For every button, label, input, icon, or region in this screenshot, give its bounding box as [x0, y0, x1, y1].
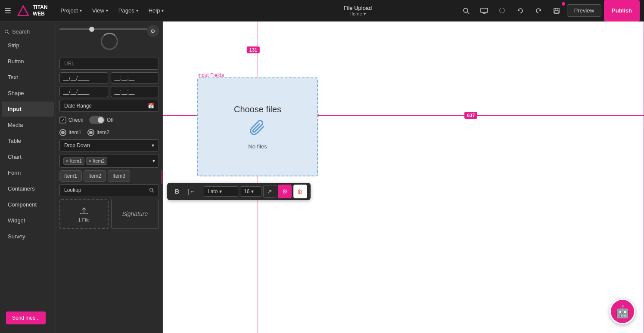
- font-size-label: 16: [244, 188, 249, 194]
- file-subtitle[interactable]: Home ▾: [349, 11, 366, 17]
- save-icon: [553, 7, 560, 14]
- multiselect-tag-1: × Item1: [63, 157, 84, 165]
- date-range-input[interactable]: Date Range 📅: [59, 100, 159, 112]
- slider-row: [59, 26, 159, 33]
- nav-pages[interactable]: Pages ▾: [114, 5, 143, 16]
- sidebar-item-widget[interactable]: Widget: [2, 213, 54, 228]
- toggle-switch[interactable]: [89, 116, 105, 124]
- sidebar-item-shape[interactable]: Shape: [2, 86, 54, 101]
- hamburger-icon[interactable]: ☰: [4, 6, 11, 15]
- date-input-2[interactable]: __/__/____: [59, 86, 108, 97]
- toolbar-settings-button[interactable]: ⚙: [278, 185, 292, 198]
- svg-line-12: [152, 191, 154, 192]
- preview-button[interactable]: Preview: [567, 4, 601, 17]
- sidebar-item-survey[interactable]: Survey: [2, 229, 54, 244]
- time-placeholder: __:__:__: [115, 75, 135, 81]
- tag-close-2[interactable]: ×: [89, 158, 91, 163]
- dropdown-input[interactable]: Drop Down ▾: [59, 139, 159, 151]
- toggle-item[interactable]: Off: [89, 116, 114, 124]
- nav-view[interactable]: View ▾: [88, 5, 112, 16]
- radio-1[interactable]: [59, 129, 66, 136]
- multiselect-input[interactable]: × Item1 × Item2 ▾: [59, 154, 159, 168]
- publish-button[interactable]: Publish: [604, 0, 640, 22]
- font-chevron-icon: ▾: [219, 188, 222, 194]
- sidebar-item-chart[interactable]: Chart: [2, 149, 54, 164]
- font-selector[interactable]: Lato ▾: [204, 186, 238, 197]
- check-label: Check: [68, 117, 83, 123]
- toolbar-delete-button[interactable]: 🗑: [293, 185, 307, 198]
- align-button[interactable]: |←: [185, 185, 198, 198]
- file-upload-widget[interactable]: Choose files No files: [197, 77, 318, 176]
- sidebar-item-table[interactable]: Table: [2, 133, 54, 148]
- align-icon: |←: [188, 188, 196, 195]
- checkbox-item[interactable]: ✓ Check: [59, 117, 83, 123]
- canvas-toolbar: B |← Lato ▾ 16 ▾ ↗ ⚙ 🗑: [167, 183, 311, 200]
- sidebar-item-media[interactable]: Media: [2, 117, 54, 133]
- date-input[interactable]: __/__/____: [59, 72, 108, 83]
- size-chevron-icon: ▾: [251, 188, 254, 194]
- sidebar-search[interactable]: Search: [0, 26, 56, 37]
- logo: TITANWEB: [16, 4, 47, 18]
- external-link-button[interactable]: ↗: [263, 185, 276, 198]
- btn-item-3[interactable]: Item3: [108, 170, 130, 182]
- sidebar: Search Strip Button Text Shape Input Med…: [0, 22, 56, 333]
- device-button[interactable]: [476, 3, 492, 18]
- svg-point-9: [5, 30, 8, 33]
- subtitle-chevron-icon: ▾: [364, 11, 366, 17]
- search-label: Search: [12, 28, 30, 35]
- undo-icon: [517, 7, 524, 14]
- info-button[interactable]: ⓘ: [495, 3, 510, 18]
- canvas-label-637: 637: [464, 112, 477, 119]
- upload-section: 1 File Signature: [59, 199, 159, 229]
- signature-box[interactable]: Signature: [111, 199, 159, 229]
- nav-project[interactable]: Project ▾: [56, 5, 86, 16]
- file-upload-title: Choose files: [234, 105, 281, 114]
- radio-item-1[interactable]: Item1: [59, 129, 81, 136]
- device-icon: [480, 8, 488, 14]
- sidebar-item-input[interactable]: Input: [2, 102, 54, 117]
- btn-item-1[interactable]: Item1: [59, 170, 82, 182]
- pages-chevron-icon: ▾: [136, 8, 138, 13]
- file-upload-subtitle: No files: [248, 143, 267, 150]
- bold-button[interactable]: B: [171, 185, 184, 198]
- chatbot-avatar[interactable]: 🤖: [610, 299, 635, 324]
- upload-label: 1 File: [78, 217, 90, 222]
- url-input[interactable]: [59, 58, 159, 70]
- nav-help[interactable]: Help ▾: [144, 5, 168, 16]
- sidebar-item-containers[interactable]: Containers: [2, 181, 54, 196]
- radio-2[interactable]: [87, 129, 94, 136]
- time-input-2[interactable]: __:__:__: [111, 86, 159, 97]
- search-button[interactable]: [458, 3, 474, 18]
- slider[interactable]: [59, 28, 159, 30]
- sidebar-item-strip[interactable]: Strip: [2, 38, 54, 53]
- redo-button[interactable]: [531, 3, 546, 18]
- radio-2-label: Item2: [96, 130, 109, 136]
- svg-line-10: [8, 33, 9, 34]
- sidebar-item-button[interactable]: Button: [2, 54, 54, 69]
- canvas-area[interactable]: 131 637 Input Fields Choose files No fil…: [163, 22, 644, 333]
- project-chevron-icon: ▾: [80, 8, 82, 13]
- file-upload-box[interactable]: 1 File: [59, 199, 109, 229]
- checkbox[interactable]: ✓: [59, 117, 66, 123]
- gear-icon: ⚙: [282, 188, 288, 195]
- radio-item-2[interactable]: Item2: [87, 129, 109, 136]
- radio-row: Item1 Item2: [59, 129, 159, 136]
- save-button[interactable]: [549, 3, 564, 18]
- sidebar-item-text[interactable]: Text: [2, 70, 54, 85]
- undo-button[interactable]: [513, 3, 528, 18]
- calendar-icon: 📅: [148, 103, 154, 109]
- font-size-selector[interactable]: 16 ▾: [240, 186, 261, 197]
- sidebar-item-component[interactable]: Component: [2, 197, 54, 212]
- panel-settings-button[interactable]: ⚙: [147, 25, 159, 37]
- time-input[interactable]: __:__:__: [111, 72, 159, 83]
- lookup-input[interactable]: Lookup: [59, 184, 159, 196]
- btn-item-2[interactable]: Item2: [84, 170, 106, 182]
- slider-thumb[interactable]: [89, 27, 94, 32]
- send-message-button[interactable]: Send mes...: [6, 311, 46, 324]
- date-placeholder: __/__/____: [63, 75, 89, 81]
- tag-close-1[interactable]: ×: [66, 158, 68, 163]
- sidebar-item-form[interactable]: Form: [2, 165, 54, 180]
- lookup-label: Lookup: [64, 187, 81, 193]
- date-time-row: __/__/____ __:__:__: [59, 72, 159, 83]
- help-chevron-icon: ▾: [162, 8, 164, 13]
